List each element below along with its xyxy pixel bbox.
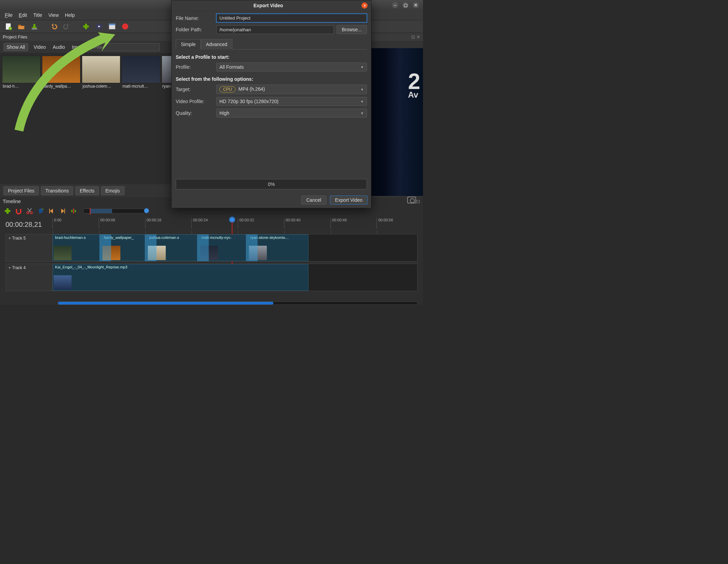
tab-simple[interactable]: Simple bbox=[176, 39, 201, 49]
open-project-icon[interactable] bbox=[17, 22, 26, 31]
quality-select[interactable]: High▼ bbox=[216, 109, 367, 118]
maximize-button[interactable]: ▢ bbox=[402, 2, 409, 8]
snapshot-icon[interactable] bbox=[407, 197, 416, 203]
snap-icon[interactable] bbox=[14, 207, 23, 215]
ruler-tick: 00:00:56 bbox=[377, 218, 423, 229]
file-name-label: File Name: bbox=[176, 15, 214, 21]
profile-select[interactable]: All Formats▼ bbox=[216, 63, 367, 71]
target-select[interactable]: CPUMP4 (h.264) ▼ bbox=[216, 85, 367, 94]
filter-input[interactable] bbox=[91, 43, 160, 51]
timeline-title: Timeline bbox=[3, 199, 21, 204]
project-file-thumb[interactable]: matt-mcnult… bbox=[122, 56, 160, 182]
folder-path-label: Folder Path: bbox=[176, 27, 214, 32]
close-window-button[interactable]: ✕ bbox=[413, 2, 419, 8]
menu-title[interactable]: Title bbox=[33, 12, 42, 18]
video-preview: 2 Av bbox=[365, 48, 423, 196]
target-label: Target: bbox=[176, 87, 214, 92]
choose-profile-icon[interactable] bbox=[94, 22, 104, 31]
ruler-tick: 00:00:40 bbox=[284, 218, 330, 229]
tab-effects[interactable]: Effects bbox=[75, 186, 99, 195]
svg-rect-5 bbox=[83, 25, 89, 27]
video-profile-label: Video Profile: bbox=[176, 99, 214, 104]
project-file-thumb[interactable]: joshua-colem… bbox=[82, 56, 120, 182]
export-video-dialog: Export Video ✕ File Name: Folder Path: B… bbox=[171, 0, 371, 208]
track-collapse-icon[interactable]: ▾ bbox=[9, 265, 11, 270]
filter-video-tab[interactable]: Video bbox=[32, 43, 47, 51]
dialog-title: Export Video bbox=[175, 3, 361, 8]
panel-controls-icon[interactable]: ⊡ ✕ bbox=[411, 34, 420, 40]
profile-label: Profile: bbox=[176, 64, 214, 70]
timeline-transition[interactable] bbox=[145, 234, 156, 261]
next-marker-icon[interactable] bbox=[58, 207, 67, 215]
cpu-badge: CPU bbox=[219, 86, 236, 92]
export-progress: 0% bbox=[176, 179, 367, 189]
timeline-ruler[interactable]: 00:00:28,21 0:0000:00:0800:00:1600:00:24… bbox=[0, 217, 423, 234]
svg-rect-17 bbox=[73, 208, 74, 214]
undo-icon[interactable] bbox=[49, 22, 58, 31]
tab-emojis[interactable]: Emojis bbox=[101, 186, 124, 195]
timeline-clip[interactable]: Kai_Engel_-_04_-_Moonlight_Reprise.mp3 bbox=[53, 264, 308, 291]
tab-transitions[interactable]: Transitions bbox=[41, 186, 73, 195]
minimize-button[interactable]: – bbox=[392, 2, 398, 8]
timeline-clip[interactable]: brad-huchteman-s bbox=[53, 234, 101, 261]
project-files-title: Project Files bbox=[3, 34, 28, 40]
center-playhead-icon[interactable] bbox=[69, 207, 78, 215]
zoom-slider[interactable] bbox=[83, 209, 145, 213]
import-files-icon[interactable] bbox=[81, 22, 91, 31]
export-video-icon[interactable] bbox=[120, 22, 130, 31]
timeline-panel-icon[interactable]: ⊡ bbox=[416, 199, 420, 204]
fullscreen-icon[interactable] bbox=[107, 22, 117, 31]
ruler-tick: 00:00:48 bbox=[330, 218, 377, 229]
playhead-icon[interactable] bbox=[229, 217, 235, 223]
marker-icon[interactable]: + bbox=[36, 207, 45, 215]
svg-text:+: + bbox=[9, 26, 11, 30]
new-project-icon[interactable]: + bbox=[3, 22, 13, 31]
svg-rect-8 bbox=[109, 24, 115, 25]
timeline-scrollbar[interactable] bbox=[58, 301, 417, 305]
track-collapse-icon[interactable]: ▾ bbox=[9, 236, 11, 241]
prev-marker-icon[interactable] bbox=[47, 207, 56, 215]
file-name-input[interactable] bbox=[216, 14, 367, 22]
ruler-tick: 00:00:32 bbox=[238, 218, 284, 229]
redo-icon[interactable] bbox=[62, 22, 72, 31]
add-track-icon[interactable] bbox=[3, 207, 12, 215]
menu-view[interactable]: View bbox=[48, 12, 59, 18]
timeline-transition[interactable] bbox=[246, 234, 258, 261]
tab-advanced[interactable]: Advanced bbox=[201, 39, 232, 49]
playhead-time: 00:00:28,21 bbox=[0, 218, 52, 229]
chevron-down-icon: ▼ bbox=[360, 111, 364, 115]
svg-rect-15 bbox=[49, 209, 50, 213]
project-file-thumb[interactable]: brad-h… bbox=[2, 56, 41, 182]
timeline-transition[interactable] bbox=[197, 234, 209, 261]
ruler-tick: 00:00:08 bbox=[99, 218, 145, 229]
svg-point-9 bbox=[122, 23, 128, 30]
chevron-down-icon: ▼ bbox=[360, 88, 364, 91]
timeline-transition[interactable] bbox=[99, 234, 111, 261]
tracks-container: ▾ Track 5brad-huchteman-shardy_wallpaper… bbox=[0, 234, 423, 300]
folder-path-input[interactable] bbox=[216, 25, 334, 34]
project-file-thumb[interactable]: hardy_wallpa… bbox=[42, 56, 80, 182]
preview-text-large: 2 bbox=[408, 73, 420, 90]
video-profile-select[interactable]: HD 720p 30 fps (1280x720)▼ bbox=[216, 97, 367, 106]
browse-button[interactable]: Browse... bbox=[337, 25, 367, 34]
select-options-heading: Select from the following options: bbox=[176, 76, 367, 82]
menu-edit[interactable]: Edit bbox=[19, 12, 27, 18]
select-profile-heading: Select a Profile to start: bbox=[176, 54, 367, 60]
export-video-button[interactable]: Export Video bbox=[330, 196, 368, 204]
menu-help[interactable]: Help bbox=[65, 12, 75, 18]
cancel-button[interactable]: Cancel bbox=[301, 196, 327, 204]
svg-rect-3 bbox=[32, 28, 37, 30]
save-project-icon[interactable] bbox=[30, 22, 39, 31]
menu-file[interactable]: File bbox=[5, 12, 13, 18]
tab-project-files[interactable]: Project Files bbox=[3, 186, 39, 195]
filter-audio-tab[interactable]: Audio bbox=[51, 43, 66, 51]
timeline-track[interactable]: ▾ Track 5brad-huchteman-shardy_wallpaper… bbox=[6, 234, 417, 262]
timeline-track[interactable]: ▾ Track 4Kai_Engel_-_04_-_Moonlight_Repr… bbox=[6, 264, 417, 291]
ruler-tick: 0:00 bbox=[52, 218, 99, 229]
svg-rect-16 bbox=[64, 209, 65, 213]
show-all-button[interactable]: Show All bbox=[3, 43, 28, 51]
dialog-close-icon[interactable]: ✕ bbox=[361, 2, 368, 9]
razor-icon[interactable] bbox=[25, 207, 34, 215]
quality-label: Quality: bbox=[176, 110, 214, 116]
filter-image-tab[interactable]: Image bbox=[70, 43, 87, 51]
